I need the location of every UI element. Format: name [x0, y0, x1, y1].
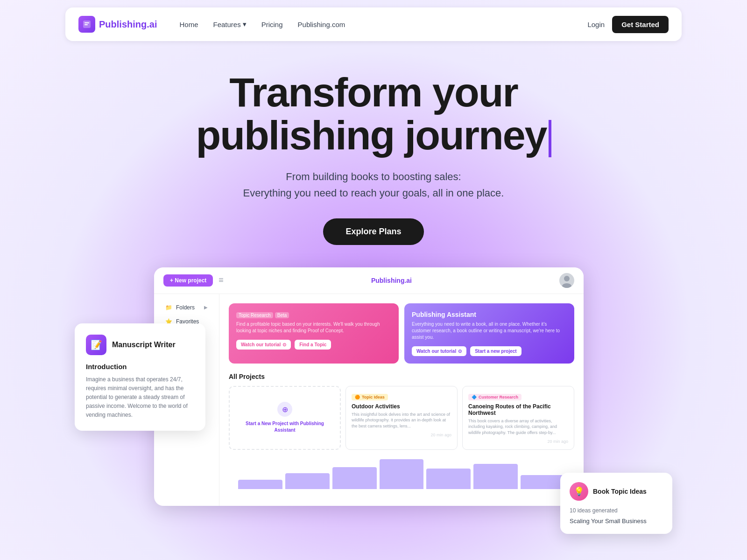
project-title-2: Canoeing Routes of the Pacific Northwest — [468, 403, 568, 416]
manuscript-card: 📝 Manuscript Writer Introduction Imagine… — [75, 323, 205, 431]
publishing-assistant-desc: Everything you need to write a book, all… — [412, 321, 567, 341]
hero-title: Transform your publishing journey — [0, 71, 747, 157]
manuscript-section: Introduction — [86, 363, 194, 371]
folder-icon: 📁 — [165, 304, 172, 311]
project-title-1: Outdoor Activities — [352, 403, 451, 410]
svg-rect-1 — [85, 22, 89, 23]
project-time-1: 20 min ago — [352, 433, 451, 437]
lightbulb-icon: 💡 — [570, 482, 588, 501]
chart-bar-6 — [473, 464, 518, 489]
menu-icon[interactable]: ≡ — [218, 275, 224, 285]
publishing-assistant-title: Publishing Assistant — [412, 311, 567, 318]
find-topic-btn[interactable]: Find a Topic — [295, 340, 331, 350]
feature-cards: Topic Research Beta Find a profitable to… — [229, 303, 574, 364]
topic-research-desc: Find a profitable topic based on your in… — [236, 321, 391, 334]
nav-pricing[interactable]: Pricing — [261, 21, 283, 28]
chart-bar-4 — [380, 459, 424, 490]
explore-plans-button[interactable]: Explore Plans — [323, 218, 423, 245]
sidebar-item-folders[interactable]: 📁 Folders ▶ — [162, 301, 211, 314]
logo-text: Publishing.ai — [99, 19, 157, 30]
all-projects-title: All Projects — [229, 373, 574, 380]
new-project-card[interactable]: ⊕ Start a New Project with Publishing As… — [229, 386, 341, 450]
watch-tutorial-btn-2[interactable]: Watch our tutorial ⊙ — [412, 346, 466, 356]
project-tag-1: 🟠Topic Ideas — [352, 394, 388, 400]
app-logo: Publishing.ai — [371, 277, 412, 284]
app-window: + New project ≡ Publishing.ai 📁 Folders … — [154, 267, 584, 506]
manuscript-body: Imagine a business that operates 24/7, r… — [86, 375, 194, 420]
project-tag-2: 🔷Customer Research — [468, 394, 521, 400]
project-card-canoeing[interactable]: 🔷Customer Research Canoeing Routes of th… — [462, 386, 574, 450]
nav-publishing[interactable]: Publishing.com — [298, 21, 345, 28]
svg-point-4 — [562, 283, 571, 288]
user-avatar[interactable] — [559, 273, 574, 288]
chart-bar-5 — [426, 469, 471, 489]
chart-bar-2 — [285, 473, 330, 489]
start-new-project-btn[interactable]: Start a new project — [470, 346, 521, 356]
app-topbar-left: + New project ≡ — [163, 274, 224, 287]
project-desc-1: This insightful book delves into the art… — [352, 412, 451, 429]
book-topic-count: 10 ideas generated — [570, 507, 663, 514]
chart-bar-3 — [332, 467, 377, 490]
app-topbar: + New project ≡ Publishing.ai — [154, 267, 584, 294]
nav-links: Home Features ▾ Pricing Publishing.com — [179, 20, 587, 28]
svg-rect-2 — [85, 24, 88, 25]
project-time-2: 20 min ago — [468, 439, 568, 444]
chart-bar-7 — [521, 475, 565, 490]
svg-point-3 — [564, 276, 570, 281]
hero-subtitle: From building books to boosting sales: E… — [0, 168, 747, 201]
nav-home[interactable]: Home — [179, 21, 198, 28]
get-started-button[interactable]: Get Started — [612, 16, 669, 33]
project-card-outdoor[interactable]: 🟠Topic Ideas Outdoor Activities This ins… — [345, 386, 458, 450]
nav-actions: Login Get Started — [587, 16, 669, 33]
nav-features[interactable]: Features ▾ — [213, 20, 246, 28]
chart-bar-1 — [238, 480, 282, 489]
chevron-down-icon: ▾ — [243, 20, 247, 28]
logo[interactable]: Publishing.ai — [78, 16, 157, 33]
book-topic-item: Scaling Your Small Business — [570, 518, 663, 525]
topic-research-title: Topic Research Beta — [236, 311, 391, 318]
text-cursor — [549, 120, 551, 157]
manuscript-icon: 📝 — [86, 335, 106, 355]
book-topic-title: Book Topic Ideas — [593, 488, 647, 495]
topic-research-actions: Watch our tutorial ⊙ Find a Topic — [236, 340, 391, 350]
logo-icon — [78, 16, 95, 33]
watch-tutorial-btn-1[interactable]: Watch our tutorial ⊙ — [236, 340, 291, 350]
new-project-card-text: Start a New Project with Publishing Assi… — [235, 420, 334, 434]
book-topic-header: 💡 Book Topic Ideas — [570, 482, 663, 501]
login-button[interactable]: Login — [587, 21, 605, 28]
manuscript-header: 📝 Manuscript Writer — [86, 335, 194, 355]
chart-area — [229, 450, 574, 497]
manuscript-title: Manuscript Writer — [112, 341, 176, 349]
publishing-assistant-card: Publishing Assistant Everything you need… — [404, 303, 574, 364]
navbar: Publishing.ai Home Features ▾ Pricing Pu… — [65, 7, 682, 41]
project-grid: ⊕ Start a New Project with Publishing As… — [229, 386, 574, 450]
app-main: Topic Research Beta Find a profitable to… — [219, 294, 584, 506]
publishing-assistant-actions: Watch our tutorial ⊙ Start a new project — [412, 346, 567, 356]
plus-circle-icon: ⊕ — [277, 402, 292, 417]
app-preview: 📝 Manuscript Writer Introduction Imagine… — [75, 267, 672, 506]
project-desc-2: This book covers a diverse array of acti… — [468, 418, 568, 436]
new-project-button[interactable]: + New project — [163, 274, 213, 287]
app-content: 📁 Folders ▶ ⭐ Favorites 🗑 Trash — [154, 294, 584, 506]
book-topic-card: 💡 Book Topic Ideas 10 ideas generated Sc… — [560, 473, 672, 534]
hero-section: Transform your publishing journey From b… — [0, 49, 747, 245]
topic-research-card: Topic Research Beta Find a profitable to… — [229, 303, 399, 364]
